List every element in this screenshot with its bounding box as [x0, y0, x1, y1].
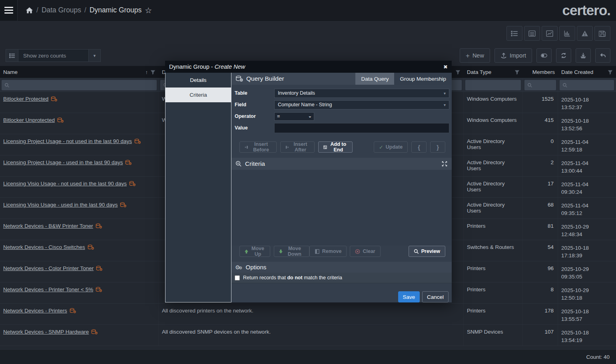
- breadcrumb-separator: /: [36, 6, 38, 14]
- group-date-created: 2025-10-1813:52:37: [558, 92, 616, 113]
- filter-funnel-icon[interactable]: [514, 70, 520, 75]
- column-header-name[interactable]: Name ↑: [0, 66, 159, 78]
- zero-counts-dropdown-icon[interactable]: ▾: [89, 49, 101, 62]
- warning-icon[interactable]: [577, 26, 593, 41]
- group-data-type: Switches & Routers: [464, 240, 523, 261]
- operator-select[interactable]: =: [274, 112, 314, 121]
- search-icon: [4, 83, 10, 88]
- members-filter-input[interactable]: [524, 80, 556, 90]
- sort-ascending-icon[interactable]: ↑: [146, 69, 148, 75]
- group-date-created: 2025-10-2909:35:05: [558, 261, 616, 282]
- filter-funnel-icon[interactable]: [455, 70, 461, 75]
- nav-tab-details[interactable]: Details: [165, 73, 231, 88]
- field-select[interactable]: Computer Name - String ▾: [274, 100, 449, 109]
- group-data-type: Windows Computers: [464, 113, 523, 134]
- options-row: Return records that do not match the cri…: [231, 273, 452, 283]
- table-view-icon[interactable]: [524, 26, 540, 41]
- value-input[interactable]: [274, 123, 449, 133]
- column-header-date-created[interactable]: Date Created: [558, 66, 616, 78]
- group-members-count: 96: [523, 261, 558, 282]
- preview-button[interactable]: Preview: [409, 246, 445, 257]
- open-brace-button[interactable]: {: [411, 141, 427, 153]
- group-name-link[interactable]: Licensing Project Usage - not used in th…: [3, 138, 132, 144]
- group-name-link[interactable]: Network Devices - Printers: [3, 308, 67, 314]
- download-icon[interactable]: [576, 48, 591, 63]
- menu-icon[interactable]: [0, 0, 18, 21]
- group-name-link[interactable]: Network Devices - SNMP Hardware: [3, 329, 89, 335]
- group-date-created: 2025-11-0413:00:44: [558, 155, 616, 176]
- list-filter-icon[interactable]: [6, 49, 18, 62]
- table-select[interactable]: Inventory Details ▾: [274, 89, 449, 98]
- db-warning-icon: [129, 181, 136, 187]
- db-warning-icon: [96, 223, 102, 230]
- db-warning-icon: [96, 287, 102, 293]
- criteria-title: Criteria: [245, 160, 265, 167]
- group-name-link[interactable]: Bitlocker Protected: [3, 96, 48, 102]
- new-button[interactable]: + New: [460, 48, 490, 63]
- filter-funnel-icon[interactable]: [150, 70, 155, 75]
- modal-footer: Save Cancel: [231, 283, 452, 302]
- expand-icon[interactable]: [441, 161, 448, 167]
- check-icon: ✓: [379, 144, 383, 150]
- group-name-link[interactable]: Network Devices - Cisco Switches: [3, 244, 85, 250]
- cancel-button[interactable]: Cancel: [422, 291, 449, 302]
- move-up-button[interactable]: Move Up: [239, 246, 270, 257]
- save-view-icon[interactable]: [594, 26, 610, 41]
- column-header-members[interactable]: Members: [523, 66, 558, 78]
- date-created-filter-input[interactable]: [560, 80, 614, 90]
- clear-circle-x-icon: [355, 249, 360, 254]
- move-down-button[interactable]: Move Down: [274, 246, 309, 257]
- insert-after-icon: [285, 145, 289, 150]
- add-to-end-icon: [323, 145, 327, 150]
- tab-group-membership[interactable]: Group Membership: [394, 73, 452, 85]
- group-name-link[interactable]: Network Devices - Printer Toner < 5%: [3, 286, 93, 292]
- table-label: Table: [235, 90, 274, 96]
- breadcrumb-separator: /: [84, 6, 86, 14]
- group-name-link[interactable]: Network Devices - B&W Printer Toner: [3, 223, 93, 229]
- filter-funnel-icon[interactable]: [608, 70, 613, 75]
- update-button[interactable]: ✓ Update: [374, 141, 408, 153]
- group-members-count: 178: [523, 304, 558, 324]
- criteria-empty-area: [231, 170, 452, 246]
- toggle-visibility-icon[interactable]: [536, 48, 552, 63]
- list-view-icon[interactable]: [506, 26, 522, 41]
- column-header-data-type[interactable]: Data Type: [464, 66, 523, 78]
- home-icon[interactable]: [26, 7, 33, 14]
- remove-button[interactable]: Remove: [309, 246, 347, 257]
- group-name-link[interactable]: Licensing Visio Usage - used in the last…: [3, 202, 118, 208]
- app-logo: certero.: [562, 2, 610, 18]
- insert-before-icon: [245, 145, 248, 150]
- import-button[interactable]: Import: [494, 48, 532, 63]
- favorite-star-icon[interactable]: ☆: [145, 6, 152, 15]
- close-icon[interactable]: ✖: [443, 64, 448, 70]
- group-description: All discovered SNMP devices on the netwo…: [159, 325, 464, 346]
- data-type-filter-input[interactable]: [465, 80, 521, 90]
- arrow-down-icon: [279, 249, 283, 254]
- line-chart-icon[interactable]: [542, 26, 558, 41]
- insert-before-button[interactable]: Insert Before: [239, 141, 277, 153]
- group-name-link[interactable]: Bitlocker Unprotected: [3, 117, 55, 123]
- tab-data-query[interactable]: Data Query: [355, 73, 394, 85]
- name-filter-input[interactable]: [2, 80, 157, 90]
- db-warning-icon: [91, 329, 98, 336]
- refresh-icon[interactable]: [556, 48, 571, 63]
- invert-match-checkbox[interactable]: [235, 275, 240, 280]
- zero-counts-label: Show zero counts: [18, 49, 89, 62]
- insert-after-button[interactable]: Insert After: [280, 141, 315, 153]
- close-brace-button[interactable]: }: [430, 141, 445, 153]
- nav-tab-criteria[interactable]: Criteria: [165, 88, 231, 102]
- group-name-link[interactable]: Licensing Project Usage - used in the la…: [3, 159, 123, 165]
- table-row: Network Devices - SNMP Hardware All disc…: [0, 325, 616, 346]
- add-to-end-button[interactable]: Add to End: [318, 141, 353, 153]
- group-name-link[interactable]: Licensing Visio Usage - not used in the …: [3, 181, 127, 187]
- zero-counts-control[interactable]: Show zero counts ▾: [6, 49, 101, 62]
- undo-icon[interactable]: [595, 48, 610, 63]
- breadcrumb-section[interactable]: Data Groups: [42, 6, 81, 14]
- action-buttons: + New Import: [460, 48, 610, 63]
- bar-chart-icon[interactable]: [559, 26, 575, 41]
- chevron-down-icon: ▾: [444, 103, 446, 107]
- save-button[interactable]: Save: [398, 291, 420, 302]
- clear-button[interactable]: Clear: [350, 246, 380, 257]
- group-name-link[interactable]: Network Devices - Color Printer Toner: [3, 265, 94, 271]
- group-date-created: 2025-11-0412:59:18: [558, 134, 616, 155]
